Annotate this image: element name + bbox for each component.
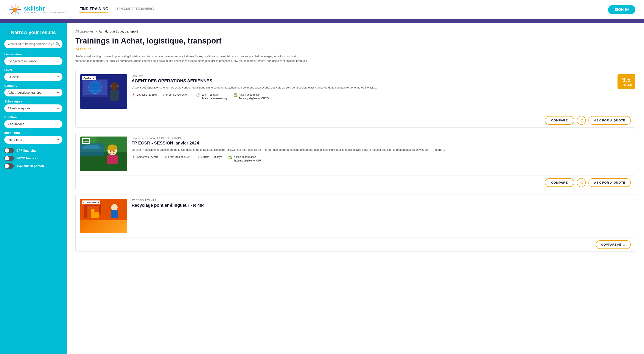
filter-duration-select[interactable]: All durations — [4, 120, 62, 128]
svg-text:BELLIFONTAINE: BELLIFONTAINE — [83, 140, 89, 142]
breadcrumb-parent[interactable]: All categories — [76, 30, 94, 33]
card-3-info: FT CONSULTANTS Recyclage pontier élingue… — [132, 199, 631, 233]
card-3-provider: FT CONSULTANTS — [132, 199, 631, 202]
card-1-cert-text: Action de formation Training eligible fo… — [239, 93, 269, 100]
svg-line-5 — [12, 6, 13, 8]
search-icon-button[interactable]: 🔍 — [56, 42, 60, 46]
svg-rect-21 — [82, 96, 108, 97]
search-icon: 🔍 — [56, 42, 60, 46]
card-3-title[interactable]: Recyclage pontier élingueur - R 484 — [132, 203, 631, 208]
card-3-compare-button[interactable]: COMPARE (0) ▲ — [596, 240, 631, 249]
filter-level-label: Level — [4, 68, 62, 72]
card-1-share-button[interactable] — [577, 116, 586, 125]
card-1-logo: OpsForm — [82, 76, 96, 80]
svg-line-26 — [581, 119, 582, 120]
svg-rect-52 — [111, 210, 118, 218]
card-1-price-text: From €1 710 ex.VAT — [166, 93, 190, 97]
card-3-logo: FT CONSULTANTS — [82, 200, 100, 204]
card-2-price-text: From €9 900 ex.VAT — [168, 155, 192, 159]
card-2-image: BELLIFONTAINE — [80, 136, 127, 171]
training-card-3: FT CONSULTANTS FT CONSULTANTS Recyclage … — [76, 194, 636, 252]
svg-point-22 — [582, 119, 583, 120]
card-2-title[interactable]: TP ECSR - SESSION janvier 2024 — [132, 140, 631, 146]
card-2-provider: Centre de formation LA BELLIFONTAINE — [132, 136, 631, 140]
search-box: 🔍 — [4, 40, 62, 48]
filter-inter-intra: Inter / intra Inter / Intra — [4, 131, 62, 144]
logo-text: skillshr ET SI ON PILOTAIT NOS COMPÉTENC… — [24, 6, 66, 14]
svg-line-42 — [581, 183, 582, 184]
purple-bar — [0, 20, 644, 23]
nav-links: FIND TRAINING FINANCE TRAINING — [80, 7, 154, 13]
svg-point-39 — [582, 181, 583, 182]
card-1-compare-button[interactable]: COMPARE — [545, 116, 574, 125]
svg-point-24 — [582, 121, 583, 122]
toggle-cpf-row: CPF financing — [4, 148, 62, 153]
cpf-label: CPF financing — [16, 149, 36, 152]
filter-category-select[interactable]: Achat, logistique, transport — [4, 89, 62, 96]
header: skillshr ET SI ON PILOTAIT NOS COMPÉTENC… — [0, 0, 644, 20]
svg-line-43 — [581, 182, 582, 182]
filter-inter-intra-select[interactable]: Inter / Intra — [4, 136, 62, 144]
svg-rect-18 — [110, 90, 119, 100]
price-icon: € — [163, 93, 165, 97]
price-icon-2: € — [165, 156, 167, 159]
svg-point-50 — [91, 209, 94, 212]
page-title: Trainings in Achat, logistique, transpor… — [76, 36, 636, 46]
svg-rect-47 — [99, 205, 101, 214]
svg-point-51 — [111, 204, 118, 210]
filter-subcategory-select[interactable]: All subcategories — [4, 104, 62, 112]
logo-main: skillshr — [24, 6, 66, 12]
check-icon-2: ✅ — [228, 156, 232, 159]
card-2-cert-text: Action de formation Training eligible fo… — [234, 155, 261, 162]
svg-point-41 — [582, 183, 583, 184]
available-toggle[interactable] — [4, 164, 14, 168]
svg-line-7 — [17, 6, 19, 8]
page-description: Professional training courses in purchas… — [76, 54, 312, 63]
card-1-price: € From €1 710 ex.VAT — [163, 93, 190, 100]
main-content: All categories > Achat, logistique, tran… — [67, 23, 644, 354]
card-1-quote-button[interactable]: ASK FOR A QUOTE — [588, 116, 631, 125]
filter-localization-select[interactable]: Everywhere in France — [4, 57, 62, 65]
nav-finance-training[interactable]: FINANCE TRAINING — [117, 7, 154, 12]
filter-level-select[interactable]: All levels — [4, 73, 62, 81]
card-2-actions: COMPARE ASK FOR A QUOTE — [76, 175, 635, 190]
search-input[interactable] — [4, 40, 62, 48]
logo-skills: skills — [24, 5, 39, 12]
card-1-duration-text: 105h - 15 days Available in e-learning — [202, 93, 227, 100]
filter-localization: Localization Everywhere in France — [4, 52, 62, 65]
filter-level: Level All levels — [4, 68, 62, 81]
cpf-toggle[interactable] — [4, 148, 14, 153]
sidebar: Narrow your results 🔍 Localization Every… — [0, 23, 67, 354]
sidebar-title: Narrow your results — [4, 30, 62, 35]
filter-duration-label: Duration — [4, 116, 62, 119]
card-2-share-button[interactable] — [577, 178, 586, 187]
card-1-provider: OpsForm — [132, 74, 631, 78]
card-1-title[interactable]: AGENT DES OPERATIONS AÉRIENNES — [132, 78, 631, 83]
toggle-opco-row: OPCO financing — [4, 156, 62, 161]
sign-in-button[interactable]: SIGN IN — [608, 5, 636, 14]
svg-point-20 — [117, 85, 119, 87]
filter-localization-label: Localization — [4, 52, 62, 56]
svg-rect-49 — [91, 212, 99, 218]
card-2-compare-button[interactable]: COMPARE — [545, 178, 574, 187]
toggle-section: CPF financing OPCO financing Available i… — [4, 148, 62, 168]
card-1-info: OpsForm AGENT DES OPERATIONS AÉRIENNES L… — [132, 74, 631, 109]
breadcrumb: All categories > Achat, logistique, tran… — [76, 30, 636, 33]
card-2-location-text: Samoreau (77210) — [137, 155, 158, 159]
card-1-location: 📍 Latresne (33360) — [132, 93, 156, 100]
svg-point-40 — [580, 182, 581, 183]
card-1-score-label: Très bien — [621, 83, 632, 86]
nav-find-training[interactable]: FIND TRAINING — [80, 7, 108, 13]
svg-point-19 — [110, 85, 112, 87]
card-2-location: 📍 Samoreau (77210) — [132, 155, 158, 162]
card-2-quote-button[interactable]: ASK FOR A QUOTE — [588, 178, 631, 187]
card-1-image: OpsForm — [80, 74, 127, 109]
training-card-2: BELLIFONTAINE Centre de formation LA BEL… — [76, 132, 636, 190]
opco-toggle[interactable] — [4, 156, 14, 161]
card-2-duration-text: 910h - 130 days — [203, 155, 222, 159]
card-2-meta: 📍 Samoreau (77210) € From €9 900 ex.VAT … — [132, 155, 631, 162]
card-1-score-badge: 9.5 Très bien — [618, 74, 635, 89]
svg-point-23 — [580, 120, 581, 121]
training-card-1: OpsForm OpsForm AGENT DES OPERATIONS AÉR… — [76, 70, 636, 128]
main-layout: Narrow your results 🔍 Localization Every… — [0, 23, 644, 354]
